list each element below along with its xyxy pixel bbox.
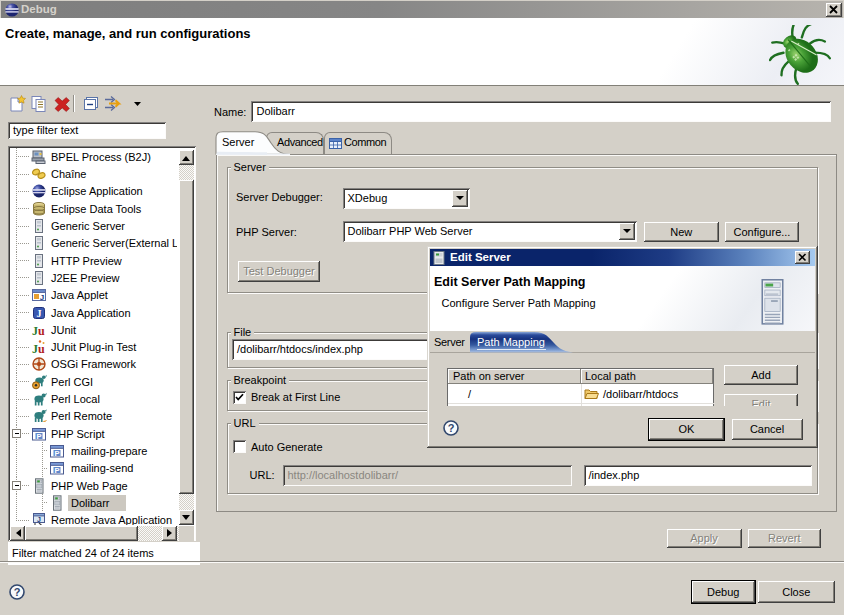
svg-text:J: J [37, 516, 41, 523]
svg-text:J: J [37, 308, 42, 319]
svg-text:P: P [54, 448, 59, 457]
svg-text:?: ? [448, 422, 455, 434]
svg-text:J: J [40, 293, 44, 302]
svg-text:P: P [36, 431, 41, 440]
svg-text:u: u [38, 323, 45, 337]
svg-text:?: ? [14, 586, 21, 598]
svg-text:P: P [54, 466, 59, 475]
